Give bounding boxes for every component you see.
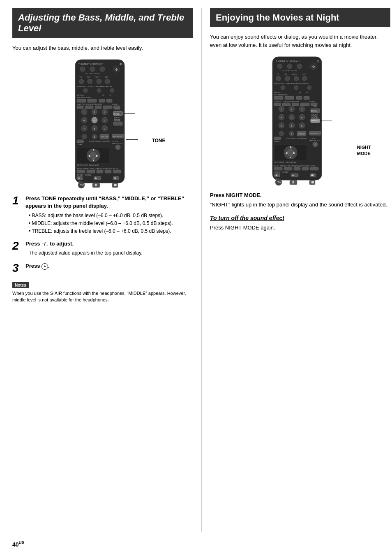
svg-point-120 (294, 76, 299, 81)
svg-point-16 (105, 79, 110, 84)
svg-rect-87 (97, 170, 103, 173)
svg-point-124 (294, 86, 298, 90)
svg-rect-53 (113, 122, 122, 125)
svg-rect-86 (87, 170, 95, 173)
step-1-title: Press TONE repeatedly until “BASS,” “MID… (25, 195, 193, 210)
night-mode-result: “NIGHT” lights up in the top panel displ… (210, 201, 390, 209)
press-night-mode: Press NIGHT MODE. (210, 192, 390, 198)
notes-section: Notes When you use the S-AIR functions w… (12, 279, 193, 303)
svg-text:⏹: ⏹ (311, 180, 314, 184)
left-column: Adjusting the Bass, Middle, and Treble L… (12, 8, 201, 532)
svg-point-78 (90, 152, 97, 159)
svg-text:BD/DVD—: BD/DVD— (274, 91, 282, 93)
svg-rect-32 (85, 106, 93, 109)
svg-rect-194 (302, 167, 309, 170)
svg-text:⏹: ⏹ (113, 183, 117, 187)
svg-text:CLEAR: CLEAR (77, 144, 82, 146)
svg-text:·RETURN/EXIT   ·MENUHOME: ·RETURN/EXIT ·MENUHOME (274, 161, 296, 163)
svg-text:TV CH-  PRESET-  REPLAY  ADVAN: TV CH- PRESET- REPLAY ADVANCE PRESET+ TV… (77, 168, 120, 170)
step-1-bullets: BASS: adjusts the bass level (–6.0 – +6.… (29, 212, 193, 236)
svg-text:GUIDE: GUIDE (112, 103, 118, 105)
step-1-bullet-1: BASS: adjusts the bass level (–6.0 – +6.… (29, 212, 193, 220)
right-remote-svg: THEATER TV INPUT AV I/ ⏻ ⏻ SYSTEM STANDB… (268, 55, 332, 186)
step-3-circle-icon: + (42, 263, 48, 270)
svg-text:⏸: ⏸ (291, 180, 295, 184)
svg-text:·RETURN/EXIT   ·MENUHOME: ·RETURN/EXIT ·MENUHOME (77, 164, 99, 166)
svg-text:SYSTEM STANDBY: SYSTEM STANDBY (85, 72, 99, 74)
svg-point-19 (97, 88, 101, 93)
step-2: 2 Press ↑/↓ to adjust. The adjusted valu… (12, 240, 193, 257)
svg-text:SOUND FIELD  VIDEO  TUNER/BAND: SOUND FIELD VIDEO TUNER/BAND DMPORT (77, 86, 112, 88)
svg-text:TONE: TONE (311, 110, 317, 112)
svg-point-18 (83, 88, 88, 93)
svg-text:AMP MENU: AMP MENU (310, 132, 319, 134)
svg-point-167 (279, 131, 284, 136)
svg-text:BD: BD (87, 76, 90, 79)
svg-point-125 (307, 86, 311, 90)
svg-text:⏮: ⏮ (275, 174, 278, 176)
svg-text:GUIDE: GUIDE (309, 100, 315, 102)
svg-text:⏭: ⏭ (311, 174, 314, 176)
svg-text:JUMP  PICTURE  WIDE  FAVORITE: JUMP PICTURE WIDE FAVORITE (274, 100, 300, 102)
notes-label: Notes (12, 282, 29, 288)
step-1: 1 Press TONE repeatedly until “BASS,” “M… (12, 195, 193, 235)
svg-point-13 (79, 79, 84, 84)
svg-rect-25 (77, 99, 86, 102)
svg-rect-139 (300, 103, 309, 106)
svg-text:TONE: TONE (114, 113, 120, 115)
left-section-title: Adjusting the Bass, Middle, and Treble L… (18, 12, 184, 33)
svg-text:BD: BD (284, 73, 287, 76)
svg-text:TOP MENU  MENU: TOP MENU MENU (77, 97, 91, 99)
step-1-body: BASS: adjusts the bass level (–6.0 – +6.… (29, 212, 193, 236)
svg-rect-195 (310, 167, 318, 170)
svg-point-5 (100, 67, 105, 72)
svg-text:SAT: SAT (105, 76, 108, 79)
subsection-title: To turn off the sound effect (210, 215, 390, 221)
footer: 40US (12, 532, 380, 548)
steps-container: 1 Press TONE repeatedly until “BASS,” “M… (12, 195, 193, 273)
svg-text:⏻: ⏻ (312, 65, 315, 68)
svg-rect-69 (77, 140, 83, 143)
step-3-content: Press +. (25, 262, 193, 271)
svg-text:⏏: ⏏ (292, 174, 294, 176)
step-2-content: Press ↑/↓ to adjust. The adjusted value … (25, 240, 193, 257)
svg-point-108 (277, 64, 282, 69)
svg-rect-130 (274, 96, 283, 100)
svg-rect-89 (113, 170, 121, 173)
svg-point-15 (97, 79, 101, 84)
step-1-bullet-2: MIDDLE: adjusts the middle level (–6.0 –… (29, 220, 193, 227)
notes-text-1: When you use the S-AIR functions with th… (12, 290, 193, 303)
step-2-number: 2 (12, 240, 22, 252)
right-remote-container: THEATER TV INPUT AV I/ ⏻ ⏻ SYSTEM STANDB… (210, 55, 390, 186)
step-1-content: Press TONE repeatedly until “BASS,” “MID… (25, 195, 193, 235)
svg-text:TONE: TONE (114, 108, 120, 111)
svg-point-184 (287, 149, 294, 156)
svg-point-20 (110, 88, 114, 93)
svg-text:·: · (83, 136, 84, 138)
svg-text:SOUND FIELD  VIDEO  TUNER/BAND: SOUND FIELD VIDEO TUNER/BAND DMPORT (274, 83, 309, 85)
svg-rect-33 (95, 106, 101, 109)
svg-text:THEATER  TV INPUT  AV I/: THEATER TV INPUT AV I/ (78, 63, 103, 65)
svg-text:TV CH-  PRESET-  REPLAY  ADVAN: TV CH- PRESET- REPLAY ADVANCE PRESET+ TV… (274, 165, 317, 167)
svg-point-119 (285, 76, 290, 81)
svg-text:TV: TV (277, 181, 281, 184)
svg-text:AMP MENU: AMP MENU (113, 135, 122, 137)
svg-text:DVD: DVD (95, 76, 99, 79)
step-1-number: 1 (12, 195, 22, 206)
svg-rect-193 (294, 167, 300, 170)
svg-text:TV: TV (79, 76, 82, 79)
svg-text:JUMP  PICTURE  WIDE  FAVORITE: JUMP PICTURE WIDE FAVORITE (77, 103, 102, 105)
svg-point-121 (302, 76, 307, 81)
svg-text:·TOOLS/OPTIONS  ·MUTING: ·TOOLS/OPTIONS ·MUTING (286, 137, 307, 139)
svg-rect-136 (274, 103, 281, 106)
svg-text:⏻: ⏻ (120, 63, 122, 65)
svg-rect-88 (105, 170, 111, 173)
svg-text:F1: F1 (299, 91, 301, 93)
step-1-bullet-3: TREBLE: adjusts the treble level (–6.0 –… (29, 227, 193, 235)
step-2-body: The adjusted value appears in the top pa… (29, 249, 193, 257)
svg-rect-34 (103, 106, 112, 109)
svg-text:+: + (117, 146, 119, 148)
svg-rect-131 (285, 96, 294, 100)
svg-text:TUNING -                TUNING: TUNING - TUNING + (77, 174, 92, 176)
page-number: 40US (12, 540, 24, 548)
